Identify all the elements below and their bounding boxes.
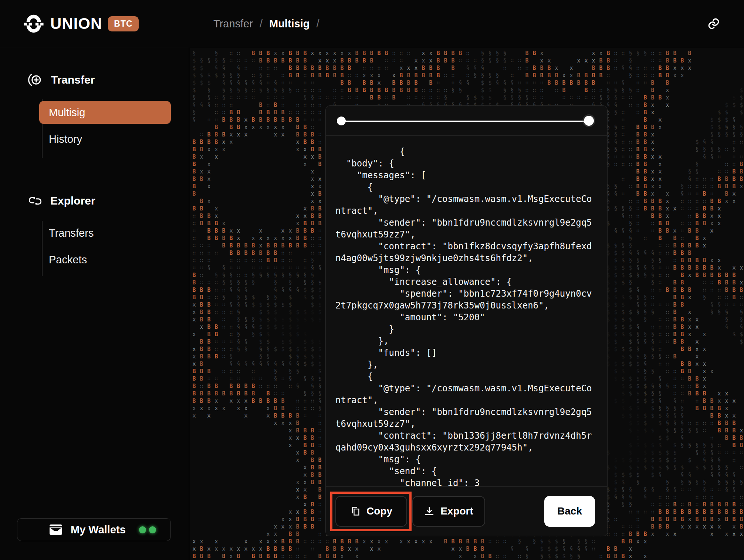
sidebar: Transfer Multisig History Explorer Trans… bbox=[0, 47, 189, 560]
range-slider bbox=[326, 106, 607, 136]
art-row: BBBBxBBBBB∷∷∷∷BBBxxxxBB∷∷∷§§$$$§§∷BBBxx bbox=[190, 551, 744, 558]
sidebar-item-label: Packets bbox=[49, 254, 87, 266]
sidebar-section-transfer[interactable]: Transfer bbox=[0, 68, 189, 92]
breadcrumb-multisig[interactable]: Multisig bbox=[269, 18, 310, 30]
sidebar-item-packets[interactable]: Packets bbox=[39, 248, 171, 271]
sidebar-item-multisig[interactable]: Multisig bbox=[39, 101, 171, 124]
my-wallets-label: My Wallets bbox=[71, 524, 126, 536]
explorer-icon bbox=[27, 193, 43, 209]
sidebar-item-label: Transfers bbox=[49, 227, 94, 239]
sidebar-section-label: Explorer bbox=[50, 195, 95, 207]
sidebar-item-transfers[interactable]: Transfers bbox=[39, 222, 171, 244]
status-dot-green bbox=[139, 526, 146, 533]
wallet-status-dots bbox=[139, 526, 156, 533]
modal-footer: Copy Export Back bbox=[326, 486, 607, 536]
brand-logo[interactable]: UNION BTC bbox=[23, 0, 139, 47]
network-badge: BTC bbox=[108, 16, 138, 31]
art-row: xBxxxxxxxxBBBB∷∷BBBxxxxxxBBB§§$$$§§§§∷BB… bbox=[190, 543, 744, 551]
transaction-json-view[interactable]: { "body": { "messages": [ { "@type": "/c… bbox=[326, 136, 607, 487]
art-row: §§∷∷BBBxxBBBxxxxxxBBBBB∷∷∷xxBBBB∷§§§§BBx… bbox=[190, 48, 744, 55]
transfer-plus-icon bbox=[27, 72, 44, 88]
download-icon bbox=[424, 506, 434, 516]
brand-name: UNION bbox=[50, 15, 102, 33]
share-link-button[interactable] bbox=[705, 15, 723, 33]
art-row: $§§§§§∷§§§§§∷∷∷∷∷∷BBBBBBBBBB∷∷∷∷§§$$§§§∷… bbox=[190, 85, 744, 92]
breadcrumb-separator: / bbox=[317, 18, 319, 30]
copy-button-label: Copy bbox=[366, 505, 392, 517]
art-row: $$$§§§§§§∷§∷∷∷∷BBBBxBBBBB∷∷§§$$§§§∷∷∷∷BB… bbox=[190, 77, 744, 85]
wallet-icon bbox=[49, 524, 62, 535]
slider-handle-right[interactable] bbox=[584, 116, 594, 126]
transaction-json-text: { "body": { "messages": [ { "@type": "/c… bbox=[335, 146, 593, 487]
back-button-label: Back bbox=[557, 505, 582, 517]
sidebar-section-label: Transfer bbox=[51, 74, 95, 86]
art-row: $§§§§∷∷∷∷BBBBBBBxxxBBBBB∷∷∷xxxBBB∷∷∷§§§§… bbox=[190, 55, 744, 63]
sidebar-item-label: History bbox=[49, 133, 82, 145]
status-dot-green bbox=[149, 526, 156, 533]
multisig-transaction-modal: { "body": { "messages": [ { "@type": "/c… bbox=[325, 105, 608, 536]
back-button[interactable]: Back bbox=[544, 496, 595, 527]
slider-handle-left[interactable] bbox=[337, 117, 346, 125]
export-button-label: Export bbox=[440, 505, 473, 517]
union-logo-icon bbox=[23, 13, 44, 34]
export-button[interactable]: Export bbox=[412, 496, 485, 527]
art-row: §§∷§∷∷∷∷∷∷∷§§∷∷∷∷∷∷BB∷B∷∷∷∷∷§§$$$§§§§∷∷∷… bbox=[190, 92, 744, 99]
sidebar-section-explorer[interactable]: Explorer bbox=[0, 189, 189, 213]
art-row: ∷BBBBBBBBBB∷∷∷∷∷BBBBxxBB∷∷∷§§§§§∷∷∷BBBxx bbox=[190, 558, 744, 560]
slider-track bbox=[344, 121, 588, 122]
breadcrumb-separator: / bbox=[260, 18, 263, 30]
art-row: xxxxxxxBBB∷∷∷∷BBBBxxxxxxxxxBBBBBB∷∷∷§§$$… bbox=[190, 536, 744, 543]
copy-icon bbox=[350, 506, 361, 516]
link-icon bbox=[707, 17, 720, 30]
sidebar-item-label: Multisig bbox=[49, 107, 85, 119]
breadcrumb-transfer[interactable]: Transfer bbox=[213, 18, 253, 30]
art-row: $$$$§§§∷§∷∷BB∷BBBBB∷∷xxxxBBBBBB∷∷∷§§§§∷B… bbox=[190, 70, 744, 77]
breadcrumb: Transfer / Multisig / bbox=[213, 0, 319, 47]
app-header: UNION BTC Transfer / Multisig / bbox=[0, 0, 744, 47]
copy-button[interactable]: Copy bbox=[335, 496, 407, 527]
my-wallets-button[interactable]: My Wallets bbox=[17, 518, 171, 541]
art-row: $$§§§∷∷∷∷BBBBBBBBB∷∷∷∷xxxBBBB§§§∷∷∷BBBxx… bbox=[190, 63, 744, 70]
sidebar-item-history[interactable]: History bbox=[39, 128, 171, 151]
